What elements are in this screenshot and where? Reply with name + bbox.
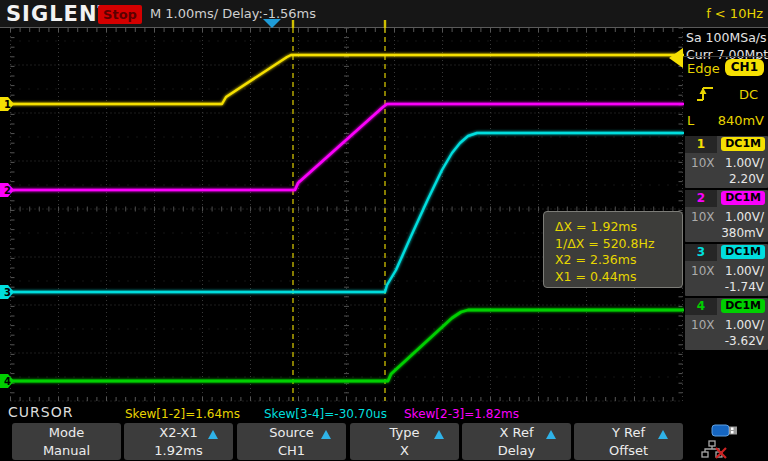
cursor-measurement-box: ΔX = 1.92ms 1/ΔX = 520.8Hz X2 = 2.36ms X… bbox=[543, 211, 683, 288]
usb-drive-icon bbox=[712, 425, 737, 436]
skew-3-4-readout: Skew[3-4]=-30.70us bbox=[264, 407, 387, 421]
channel4-position-marker[interactable]: 4 bbox=[0, 374, 14, 388]
sample-rate-readout: Sa 100MSa/s bbox=[686, 30, 767, 45]
softkey-x-ref[interactable]: X Ref Delay bbox=[462, 423, 571, 460]
channel3-probe: 10X bbox=[691, 264, 715, 278]
up-arrow-icon bbox=[546, 430, 556, 439]
channel4-scale: 1.00V/ bbox=[725, 318, 764, 332]
svg-text:1: 1 bbox=[4, 99, 11, 110]
channel2-position-marker[interactable]: 2 bbox=[0, 183, 14, 197]
waveform-display: 1234 bbox=[0, 0, 768, 405]
skew-2-3-readout: Skew[2-3]=1.82ms bbox=[404, 407, 519, 421]
channel4-probe: 10X bbox=[691, 318, 715, 332]
softkey-y-ref[interactable]: Y Ref Offset bbox=[574, 423, 683, 460]
up-arrow-icon bbox=[208, 430, 218, 439]
io-status-icons bbox=[690, 422, 768, 461]
channel2-scale: 1.00V/ bbox=[725, 210, 764, 224]
trigger-status-panel[interactable]: Edge CH1 DC L 840mV bbox=[684, 56, 768, 135]
delta-x-readout: ΔX = 1.92ms bbox=[555, 219, 682, 236]
channel3-scale: 1.00V/ bbox=[725, 264, 764, 278]
channel1-offset: 2.20V bbox=[729, 172, 764, 186]
channel2-status-box[interactable]: 2 DC1M 10X 1.00V/ 380mV bbox=[685, 190, 768, 242]
up-arrow-icon bbox=[658, 430, 668, 439]
trigger-type-label: Edge bbox=[687, 61, 720, 76]
x2-readout: X2 = 2.36ms bbox=[555, 252, 682, 269]
trigger-position-marker[interactable] bbox=[263, 19, 281, 28]
channel1-position-marker[interactable]: 1 bbox=[0, 97, 14, 111]
softkey-source[interactable]: Source CH1 bbox=[237, 423, 346, 460]
skew-1-2-readout: Skew[1-2]=1.64ms bbox=[125, 407, 240, 421]
cursor-info-row: CURSOR Skew[1-2]=1.64ms Skew[3-4]=-30.70… bbox=[0, 403, 768, 422]
channel2-coupling-badge: DC1M bbox=[721, 191, 765, 205]
svg-text:3: 3 bbox=[4, 287, 11, 298]
rising-edge-icon bbox=[694, 84, 716, 104]
channel4-coupling-badge: DC1M bbox=[721, 299, 765, 313]
channel2-probe: 10X bbox=[691, 210, 715, 224]
channel3-number: 3 bbox=[685, 244, 717, 261]
status-sidebar: Sa 100MSa/s Curr 7.00Mpts Edge CH1 DC L … bbox=[684, 28, 768, 405]
up-arrow-icon bbox=[434, 430, 444, 439]
channel4-number: 4 bbox=[685, 298, 717, 315]
svg-text:2: 2 bbox=[4, 185, 11, 196]
softkey-type[interactable]: Type X bbox=[350, 423, 459, 460]
channel1-scale: 1.00V/ bbox=[725, 156, 764, 170]
x-cursors bbox=[292, 20, 386, 401]
channel3-offset: -1.74V bbox=[725, 280, 764, 294]
x1-readout: X1 = 0.44ms bbox=[555, 269, 682, 286]
oscilloscope-screen: SIGLENT Stop M 1.00ms/ Delay:-1.56ms f <… bbox=[0, 0, 768, 461]
softkey-x2-x1[interactable]: X2-X1 1.92ms bbox=[124, 423, 233, 460]
channel1-coupling-badge: DC1M bbox=[721, 137, 765, 151]
trigger-level-label: L bbox=[687, 113, 694, 128]
channel1-number: 1 bbox=[685, 136, 717, 153]
channel1-status-box[interactable]: 1 DC1M 10X 1.00V/ 2.20V bbox=[685, 136, 768, 188]
channel4-offset: -3.62V bbox=[725, 334, 764, 348]
channel3-status-box[interactable]: 3 DC1M 10X 1.00V/ -1.74V bbox=[685, 244, 768, 296]
inverse-delta-x-readout: 1/ΔX = 520.8Hz bbox=[555, 236, 682, 253]
channel4-status-box[interactable]: 4 DC1M 10X 1.00V/ -3.62V bbox=[685, 298, 768, 350]
channel2-number: 2 bbox=[685, 190, 717, 207]
trigger-level-value: 840mV bbox=[718, 113, 764, 128]
up-arrow-icon bbox=[321, 430, 331, 439]
svg-text:4: 4 bbox=[4, 376, 11, 387]
cursor-x1-line-top-tick bbox=[292, 20, 294, 28]
channel2-offset: 380mV bbox=[721, 226, 764, 240]
channel1-probe: 10X bbox=[691, 156, 715, 170]
trigger-coupling-label: DC bbox=[739, 87, 758, 102]
softkey-menu: Mode Manual X2-X1 1.92ms Source CH1 Type… bbox=[0, 422, 768, 461]
cursor-menu-title: CURSOR bbox=[8, 404, 73, 420]
trigger-source-badge: CH1 bbox=[725, 59, 764, 76]
softkey-mode[interactable]: Mode Manual bbox=[12, 423, 121, 460]
cursor-x2-line-top-tick bbox=[384, 20, 386, 28]
channel3-coupling-badge: DC1M bbox=[721, 245, 765, 259]
